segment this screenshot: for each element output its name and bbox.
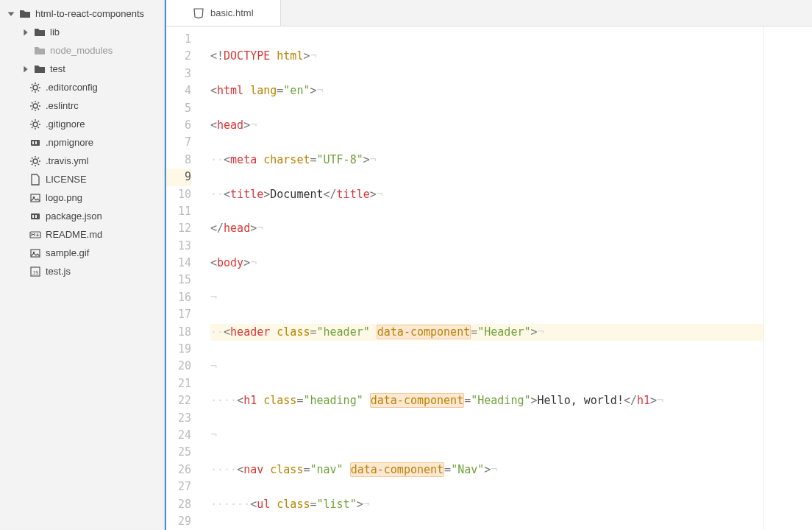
tree-item-label: test.js <box>46 266 71 277</box>
tree-item-label: lib <box>50 26 60 38</box>
html-icon <box>193 7 204 19</box>
svg-rect-7 <box>31 194 40 202</box>
tree-folder-node-modules[interactable]: node_modules <box>0 41 164 60</box>
folder-icon <box>34 26 46 38</box>
editor-pane: basic.html 1234 5678 9101112 13141516 17… <box>165 0 812 530</box>
tree-file-npmignore[interactable]: .npmignore <box>0 133 164 152</box>
tree-file-license[interactable]: LICENSE <box>0 170 164 188</box>
svg-rect-13 <box>31 250 40 257</box>
tree-item-label: sample.gif <box>46 247 89 258</box>
npm-icon <box>29 211 41 222</box>
tree-file-package[interactable]: package.json <box>0 207 164 225</box>
svg-rect-11 <box>35 215 37 218</box>
svg-text:JS: JS <box>32 270 38 276</box>
document-icon <box>29 174 41 186</box>
chevron-down-icon <box>6 9 16 19</box>
gear-icon <box>29 119 41 130</box>
tree-file-readme[interactable]: README.md <box>0 225 164 244</box>
tree-root-item[interactable]: html-to-react-components <box>0 4 164 23</box>
tree-file-gitignore[interactable]: .gitignore <box>0 115 164 133</box>
tab-basic-html[interactable]: basic.html <box>166 0 281 26</box>
right-margin <box>763 26 812 530</box>
image-icon <box>29 192 41 204</box>
svg-point-1 <box>33 104 38 108</box>
tree-file-sample[interactable]: sample.gif <box>0 244 164 262</box>
tree-root-label: html-to-react-components <box>35 8 144 19</box>
tree-item-label: test <box>50 63 65 74</box>
markdown-icon <box>29 229 41 241</box>
tree-file-testjs[interactable]: JS test.js <box>0 262 164 280</box>
gear-icon <box>29 82 41 93</box>
folder-icon <box>34 45 46 57</box>
tree-item-label: README.md <box>46 229 102 240</box>
svg-point-2 <box>33 122 38 127</box>
file-tree: html-to-react-components lib node_module… <box>0 0 164 285</box>
tree-item-label: logo.png <box>46 192 82 203</box>
npm-icon <box>29 137 41 149</box>
gear-icon <box>29 155 41 167</box>
line-number-gutter: 1234 5678 9101112 13141516 17181920 2122… <box>166 26 202 530</box>
tree-item-label: node_modules <box>50 45 113 56</box>
tree-item-label: .gitignore <box>46 119 85 130</box>
tree-item-label: .editorconfig <box>46 82 98 93</box>
tree-item-label: LICENSE <box>46 174 87 185</box>
file-tree-sidebar[interactable]: html-to-react-components lib node_module… <box>0 0 165 530</box>
code-content[interactable]: <!DOCTYPE html>¬ <html lang="en">¬ <head… <box>202 26 763 530</box>
image-icon <box>29 247 41 259</box>
tree-item-label: package.json <box>46 211 102 222</box>
tab-label: basic.html <box>210 7 254 18</box>
folder-icon <box>34 63 46 75</box>
tree-file-travis[interactable]: .travis.yml <box>0 152 164 170</box>
svg-rect-10 <box>32 215 34 218</box>
svg-rect-4 <box>32 141 34 144</box>
svg-point-6 <box>33 159 38 163</box>
chevron-right-icon <box>21 27 31 38</box>
tree-item-label: .eslintrc <box>46 100 79 111</box>
svg-point-0 <box>33 85 38 90</box>
tree-item-label: .travis.yml <box>46 155 89 166</box>
svg-rect-5 <box>35 141 37 144</box>
gear-icon <box>29 100 41 112</box>
tab-bar: basic.html <box>166 0 812 26</box>
tree-file-eslintrc[interactable]: .eslintrc <box>0 96 164 115</box>
tree-item-label: .npmignore <box>46 137 93 148</box>
folder-icon <box>19 8 31 20</box>
tree-file-logo[interactable]: logo.png <box>0 188 164 207</box>
code-editor[interactable]: 1234 5678 9101112 13141516 17181920 2122… <box>166 26 812 530</box>
chevron-right-icon <box>21 64 31 74</box>
tree-folder-lib[interactable]: lib <box>0 23 164 41</box>
tree-folder-test[interactable]: test <box>0 60 164 78</box>
tree-file-editorconfig[interactable]: .editorconfig <box>0 78 164 96</box>
js-icon: JS <box>29 266 41 278</box>
